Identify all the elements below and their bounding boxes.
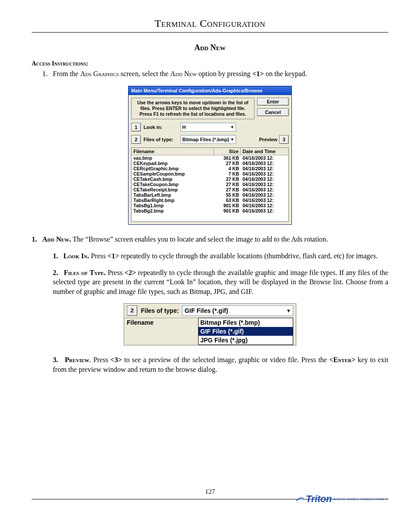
enter-key: <Enter>: [329, 356, 355, 363]
look-in-label: Look in:: [144, 125, 178, 130]
access-instructions-label: Access Instructions:: [32, 60, 388, 67]
cell-size: 4 KB: [214, 166, 241, 171]
look-in-dropdown[interactable]: H ▼: [181, 123, 236, 132]
table-row[interactable]: TabsBarRight.bmp63 KB04/16/2003 12:: [132, 198, 288, 203]
files-of-type-head: Files of Type.: [64, 269, 106, 276]
table-row[interactable]: CETakeCoupon.bmp27 KB04/16/2003 12:: [132, 182, 288, 187]
button-2[interactable]: 2: [131, 135, 141, 144]
table-row[interactable]: CETakeReceipt.bmp27 KB04/16/2003 12:: [132, 187, 288, 192]
add-new-sc: Add New: [170, 70, 197, 77]
cell-size: 63 KB: [214, 198, 241, 203]
cell-date: 04/16/2003 12:: [241, 192, 288, 198]
table-row[interactable]: TabsBarLeft.bmp55 KB04/16/2003 12:: [132, 192, 288, 198]
title-rule: [32, 32, 388, 33]
key-1: <1>: [252, 70, 264, 77]
dropdown-options: Bitmap Files (*.bmp) GIF Files (*.gif) J…: [198, 318, 293, 345]
text: The “Browse” screen enables you to locat…: [71, 235, 328, 243]
table-row[interactable]: vas.bmp361 KB04/16/2003 12:: [132, 155, 288, 161]
cell-date: 04/16/2003 12:: [241, 176, 288, 182]
key-3: <3>: [111, 356, 122, 363]
num: 1.: [32, 235, 37, 243]
file-list: Filename Size Date and Time vas.bmp361 K…: [131, 147, 289, 222]
para-add-new: 1. Add New. The “Browse” screen enables …: [32, 235, 388, 244]
text: on the keypad.: [264, 70, 307, 77]
cell-filename: CERcptGraphic.bmp: [132, 166, 214, 171]
cell-filename: TabsBg2.bmp: [132, 208, 214, 213]
text: screen, select the: [119, 70, 170, 77]
look-in-value: H: [182, 123, 186, 131]
cell-filename: TabsBarRight.bmp: [132, 198, 214, 203]
chevron-down-icon: ▼: [230, 123, 234, 131]
col-filename[interactable]: Filename: [132, 148, 214, 155]
brand-tagline: WHERE MONEY COMES FROM.™: [333, 498, 388, 501]
table-row[interactable]: CEKeypad.bmp27 KB04/16/2003 12:: [132, 161, 288, 166]
page-title: Terminal Configuration: [32, 18, 388, 29]
text: . Press: [89, 356, 111, 363]
files-of-type-dropdown[interactable]: Bitmap Files (*.bmp) ▼: [181, 135, 236, 144]
option-bitmap[interactable]: Bitmap Files (*.bmp): [199, 318, 293, 327]
filetype-dropdown-screenshot: 2 Files of type: GIF Files (*.gif) ▼ Fil…: [124, 303, 296, 345]
add-new-head: Add New.: [42, 235, 71, 243]
text: From the: [53, 70, 80, 77]
cell-date: 04/16/2003 12:: [241, 161, 288, 166]
cell-size: 55 KB: [214, 192, 241, 198]
cancel-button[interactable]: Cancel: [257, 108, 289, 116]
files-of-type-label: Files of type:: [144, 137, 178, 142]
cell-date: 04/16/2003 12:: [241, 166, 288, 171]
cell-filename: TabsBg1.bmp: [132, 203, 214, 208]
cell-date: 04/16/2003 12:: [241, 171, 288, 176]
ads-graphics-sc: Ads Graphics: [80, 70, 119, 77]
text: Press: [106, 269, 125, 276]
num: 1.: [53, 252, 58, 260]
text: option by pressing: [197, 70, 252, 77]
option-jpg[interactable]: JPG Files (*.jpg): [199, 336, 293, 345]
option-gif[interactable]: GIF Files (*.gif): [199, 327, 293, 336]
table-row[interactable]: CETakeCash.bmp27 KB04/16/2003 12:: [132, 176, 288, 182]
para-files-of-type: 2. Files of Type. Press <2> repeatedly t…: [53, 268, 388, 297]
look-in-head: Look In.: [63, 252, 89, 260]
cell-size: 901 KB: [214, 208, 241, 213]
top-instruction-list: From the Ads Graphics screen, select the…: [49, 70, 388, 78]
page-number: 127: [205, 488, 215, 495]
button-1[interactable]: 1: [131, 123, 141, 132]
section-title: Add New: [32, 43, 388, 52]
text: Press: [89, 252, 108, 260]
brand-name: Triton: [306, 493, 332, 505]
preview-label: Preview: [259, 137, 277, 142]
button-2[interactable]: 2: [127, 305, 137, 316]
para-preview: 3. Preview. Press <3> to see a preview o…: [53, 355, 388, 374]
instruction-1: From the Ads Graphics screen, select the…: [49, 70, 388, 78]
num: 2.: [53, 269, 58, 276]
enter-button[interactable]: Enter: [257, 98, 289, 106]
cell-filename: CETakeReceipt.bmp: [132, 187, 214, 192]
cell-filename: CETakeCoupon.bmp: [132, 182, 214, 187]
key-2: <2>: [125, 269, 136, 276]
button-3[interactable]: 3: [279, 135, 289, 144]
filename-header: Filename: [124, 318, 198, 345]
cell-size: 27 KB: [214, 182, 241, 187]
cell-size: 27 KB: [214, 187, 241, 192]
files-of-type-label: Files of type:: [141, 307, 179, 314]
brand-logo: Triton WHERE MONEY COMES FROM.™: [296, 493, 388, 505]
cell-filename: TabsBarLeft.bmp: [132, 192, 214, 198]
files-of-type-dropdown[interactable]: GIF Files (*.gif) ▼: [182, 305, 293, 316]
table-row[interactable]: TabsBg1.bmp901 KB04/16/2003 12:: [132, 203, 288, 208]
dialog-help-text: Use the arrows keys to move up/down in t…: [131, 98, 254, 119]
cell-filename: vas.bmp: [132, 155, 214, 161]
dialog-titlebar: Main Menu/Terminal Configuration/Ads-Gra…: [129, 86, 291, 95]
cell-size: 361 KB: [214, 155, 241, 161]
table-row[interactable]: TabsBg2.bmp901 KB04/16/2003 12:: [132, 208, 288, 213]
cell-date: 04/16/2003 12:: [241, 155, 288, 161]
cell-filename: CEKeypad.bmp: [132, 161, 214, 166]
dropdown-value: GIF Files (*.gif): [184, 306, 228, 316]
col-date[interactable]: Date and Time: [241, 148, 288, 155]
cell-date: 04/16/2003 12:: [241, 187, 288, 192]
table-row[interactable]: CESampleCoupon.bmp7 KB04/16/2003 12:: [132, 171, 288, 176]
cell-size: 27 KB: [214, 176, 241, 182]
table-row[interactable]: CERcptGraphic.bmp4 KB04/16/2003 12:: [132, 166, 288, 171]
num: 3.: [53, 356, 58, 363]
cell-filename: CETakeCash.bmp: [132, 176, 214, 182]
cell-date: 04/16/2003 12:: [241, 203, 288, 208]
col-size[interactable]: Size: [214, 148, 241, 155]
preview-head: Preview: [65, 356, 89, 363]
